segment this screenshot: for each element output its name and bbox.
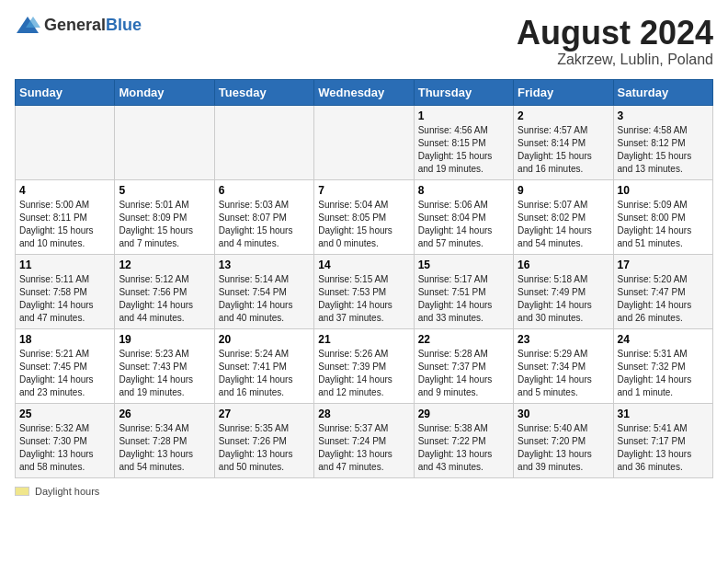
day-info: Sunrise: 5:11 AM Sunset: 7:58 PM Dayligh… (19, 273, 110, 325)
calendar-week-row: 1Sunrise: 4:56 AM Sunset: 8:15 PM Daylig… (16, 105, 713, 179)
day-number: 17 (618, 259, 709, 271)
day-number: 23 (518, 333, 609, 346)
day-number: 29 (418, 408, 509, 420)
day-info: Sunrise: 5:23 AM Sunset: 7:43 PM Dayligh… (119, 348, 210, 399)
calendar-week-row: 11Sunrise: 5:11 AM Sunset: 7:58 PM Dayli… (16, 254, 713, 328)
calendar-header-cell: Friday (514, 79, 613, 105)
legend-label: Daylight hours (35, 486, 99, 497)
calendar-cell: 21Sunrise: 5:26 AM Sunset: 7:39 PM Dayli… (314, 328, 414, 403)
day-number: 24 (618, 333, 709, 346)
day-info: Sunrise: 5:17 AM Sunset: 7:51 PM Dayligh… (418, 273, 509, 325)
day-info: Sunrise: 5:38 AM Sunset: 7:22 PM Dayligh… (418, 422, 509, 474)
calendar-cell: 24Sunrise: 5:31 AM Sunset: 7:32 PM Dayli… (613, 328, 712, 403)
day-info: Sunrise: 5:03 AM Sunset: 8:07 PM Dayligh… (219, 199, 310, 250)
calendar-cell (115, 105, 214, 179)
day-info: Sunrise: 4:57 AM Sunset: 8:14 PM Dayligh… (518, 124, 609, 176)
day-info: Sunrise: 5:34 AM Sunset: 7:28 PM Dayligh… (119, 422, 210, 474)
calendar-cell: 2Sunrise: 4:57 AM Sunset: 8:14 PM Daylig… (514, 105, 613, 179)
calendar-cell: 29Sunrise: 5:38 AM Sunset: 7:22 PM Dayli… (414, 403, 513, 477)
day-number: 12 (119, 259, 210, 271)
day-info: Sunrise: 5:35 AM Sunset: 7:26 PM Dayligh… (219, 422, 310, 474)
day-number: 15 (418, 259, 509, 271)
day-info: Sunrise: 5:04 AM Sunset: 8:05 PM Dayligh… (318, 199, 409, 250)
calendar-header-cell: Wednesday (314, 79, 414, 105)
calendar-cell: 19Sunrise: 5:23 AM Sunset: 7:43 PM Dayli… (115, 328, 214, 403)
day-number: 4 (19, 184, 110, 197)
day-info: Sunrise: 5:21 AM Sunset: 7:45 PM Dayligh… (19, 348, 110, 399)
day-number: 20 (219, 333, 310, 346)
calendar-cell (16, 105, 115, 179)
day-number: 3 (618, 109, 709, 122)
calendar-cell: 11Sunrise: 5:11 AM Sunset: 7:58 PM Dayli… (16, 254, 115, 328)
calendar-cell: 28Sunrise: 5:37 AM Sunset: 7:24 PM Dayli… (314, 403, 414, 477)
calendar-header-cell: Thursday (414, 79, 513, 105)
day-info: Sunrise: 5:14 AM Sunset: 7:54 PM Dayligh… (219, 273, 310, 325)
calendar-cell: 13Sunrise: 5:14 AM Sunset: 7:54 PM Dayli… (214, 254, 313, 328)
day-info: Sunrise: 4:58 AM Sunset: 8:12 PM Dayligh… (618, 124, 709, 176)
logo-general: General (44, 16, 106, 35)
day-number: 6 (219, 184, 310, 197)
day-info: Sunrise: 5:12 AM Sunset: 7:56 PM Dayligh… (119, 273, 210, 325)
calendar-cell: 20Sunrise: 5:24 AM Sunset: 7:41 PM Dayli… (214, 328, 313, 403)
day-number: 5 (119, 184, 210, 197)
calendar-cell: 16Sunrise: 5:18 AM Sunset: 7:49 PM Dayli… (514, 254, 613, 328)
day-number: 14 (318, 259, 409, 271)
page-title: August 2024 (517, 15, 713, 52)
day-info: Sunrise: 5:18 AM Sunset: 7:49 PM Dayligh… (518, 273, 609, 325)
calendar-cell: 30Sunrise: 5:40 AM Sunset: 7:20 PM Dayli… (514, 403, 613, 477)
calendar-cell: 22Sunrise: 5:28 AM Sunset: 7:37 PM Dayli… (414, 328, 513, 403)
day-number: 25 (19, 408, 110, 420)
day-info: Sunrise: 5:00 AM Sunset: 8:11 PM Dayligh… (19, 199, 110, 250)
calendar-week-row: 18Sunrise: 5:21 AM Sunset: 7:45 PM Dayli… (16, 328, 713, 403)
day-info: Sunrise: 5:29 AM Sunset: 7:34 PM Dayligh… (518, 348, 609, 399)
day-number: 19 (119, 333, 210, 346)
day-info: Sunrise: 5:26 AM Sunset: 7:39 PM Dayligh… (318, 348, 409, 399)
day-info: Sunrise: 5:40 AM Sunset: 7:20 PM Dayligh… (518, 422, 609, 474)
day-info: Sunrise: 4:56 AM Sunset: 8:15 PM Dayligh… (418, 124, 509, 176)
day-info: Sunrise: 5:09 AM Sunset: 8:00 PM Dayligh… (618, 199, 709, 250)
calendar-cell: 18Sunrise: 5:21 AM Sunset: 7:45 PM Dayli… (16, 328, 115, 403)
calendar-cell: 8Sunrise: 5:06 AM Sunset: 8:04 PM Daylig… (414, 179, 513, 254)
header: General Blue August 2024 Zakrzew, Lublin… (15, 15, 713, 68)
calendar-cell: 27Sunrise: 5:35 AM Sunset: 7:26 PM Dayli… (214, 403, 313, 477)
day-info: Sunrise: 5:32 AM Sunset: 7:30 PM Dayligh… (19, 422, 110, 474)
day-number: 18 (19, 333, 110, 346)
logo-icon (15, 15, 40, 35)
day-number: 2 (518, 109, 609, 122)
calendar-header-cell: Monday (115, 79, 214, 105)
calendar-cell: 23Sunrise: 5:29 AM Sunset: 7:34 PM Dayli… (514, 328, 613, 403)
calendar-header-row: SundayMondayTuesdayWednesdayThursdayFrid… (16, 79, 713, 105)
legend-box (15, 487, 29, 496)
calendar-cell: 26Sunrise: 5:34 AM Sunset: 7:28 PM Dayli… (115, 403, 214, 477)
day-number: 11 (19, 259, 110, 271)
calendar-cell: 31Sunrise: 5:41 AM Sunset: 7:17 PM Dayli… (613, 403, 712, 477)
day-info: Sunrise: 5:07 AM Sunset: 8:02 PM Dayligh… (518, 199, 609, 250)
day-info: Sunrise: 5:31 AM Sunset: 7:32 PM Dayligh… (618, 348, 709, 399)
logo: General Blue (15, 15, 142, 35)
calendar-cell: 6Sunrise: 5:03 AM Sunset: 8:07 PM Daylig… (214, 179, 313, 254)
calendar-cell: 10Sunrise: 5:09 AM Sunset: 8:00 PM Dayli… (613, 179, 712, 254)
calendar-cell: 25Sunrise: 5:32 AM Sunset: 7:30 PM Dayli… (16, 403, 115, 477)
day-info: Sunrise: 5:15 AM Sunset: 7:53 PM Dayligh… (318, 273, 409, 325)
day-info: Sunrise: 5:20 AM Sunset: 7:47 PM Dayligh… (618, 273, 709, 325)
day-number: 1 (418, 109, 509, 122)
day-number: 21 (318, 333, 409, 346)
page-subtitle: Zakrzew, Lublin, Poland (517, 52, 713, 68)
calendar-cell: 3Sunrise: 4:58 AM Sunset: 8:12 PM Daylig… (613, 105, 712, 179)
calendar-cell: 15Sunrise: 5:17 AM Sunset: 7:51 PM Dayli… (414, 254, 513, 328)
title-area: August 2024 Zakrzew, Lublin, Poland (517, 15, 713, 68)
calendar-header-cell: Saturday (613, 79, 712, 105)
day-info: Sunrise: 5:01 AM Sunset: 8:09 PM Dayligh… (119, 199, 210, 250)
day-number: 8 (418, 184, 509, 197)
calendar-cell: 14Sunrise: 5:15 AM Sunset: 7:53 PM Dayli… (314, 254, 414, 328)
day-number: 26 (119, 408, 210, 420)
day-number: 30 (518, 408, 609, 420)
calendar-cell: 7Sunrise: 5:04 AM Sunset: 8:05 PM Daylig… (314, 179, 414, 254)
day-number: 22 (418, 333, 509, 346)
logo-blue: Blue (106, 16, 142, 35)
calendar-cell: 12Sunrise: 5:12 AM Sunset: 7:56 PM Dayli… (115, 254, 214, 328)
calendar-header-cell: Tuesday (214, 79, 313, 105)
calendar-cell: 5Sunrise: 5:01 AM Sunset: 8:09 PM Daylig… (115, 179, 214, 254)
calendar-week-row: 4Sunrise: 5:00 AM Sunset: 8:11 PM Daylig… (16, 179, 713, 254)
day-info: Sunrise: 5:28 AM Sunset: 7:37 PM Dayligh… (418, 348, 509, 399)
